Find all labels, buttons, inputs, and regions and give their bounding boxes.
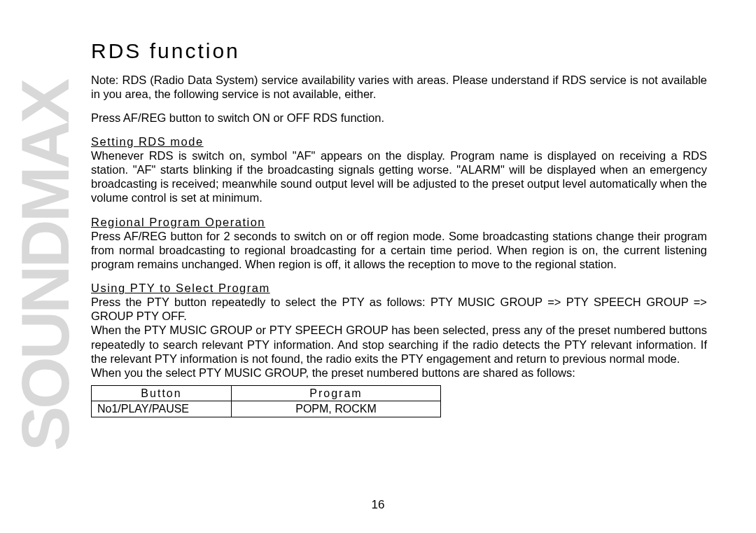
pty-button-table: Button Program No1/PLAY/PAUSE POPM, ROCK… bbox=[91, 385, 441, 417]
section-body-regional: Press AF/REG button for 2 seconds to swi… bbox=[91, 229, 707, 271]
pty-paragraph-3: When you the select PTY MUSIC GROUP, the… bbox=[91, 366, 707, 380]
cell-program: POPM, ROCKM bbox=[232, 401, 441, 417]
cell-button: No1/PLAY/PAUSE bbox=[92, 401, 232, 417]
pty-paragraph-2: When the PTY MUSIC GROUP or PTY SPEECH G… bbox=[91, 323, 707, 365]
page-title: RDS function bbox=[91, 39, 707, 64]
page-content: RDS function Note: RDS (Radio Data Syste… bbox=[0, 0, 756, 431]
section-heading-rds-mode: Setting RDS mode bbox=[91, 134, 707, 148]
section-body-rds-mode: Whenever RDS is switch on, symbol "AF" a… bbox=[91, 148, 707, 205]
table-row: No1/PLAY/PAUSE POPM, ROCKM bbox=[92, 401, 441, 417]
section-heading-pty: Using PTY to Select Program bbox=[91, 281, 707, 295]
section-heading-regional: Regional Program Operation bbox=[91, 215, 707, 229]
note-paragraph: Note: RDS (Radio Data System) service av… bbox=[91, 73, 707, 101]
pty-paragraph-1: Press the PTY button repeatedly to selec… bbox=[91, 295, 707, 323]
page-number: 16 bbox=[0, 498, 756, 512]
header-program: Program bbox=[232, 385, 441, 401]
af-reg-instruction: Press AF/REG button to switch ON or OFF … bbox=[91, 111, 707, 125]
table-header-row: Button Program bbox=[92, 385, 441, 401]
header-button: Button bbox=[92, 385, 232, 401]
